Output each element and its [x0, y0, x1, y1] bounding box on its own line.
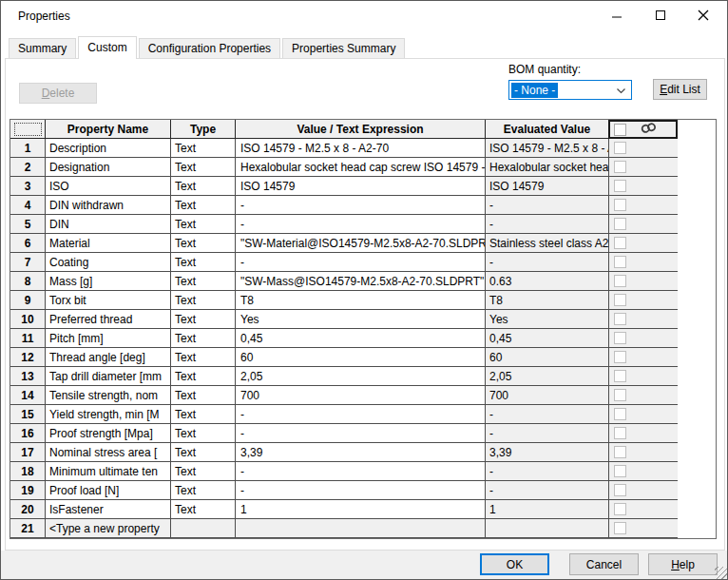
minimize-icon[interactable]	[607, 7, 626, 24]
header-property-name[interactable]: Property Name	[46, 120, 171, 139]
grid-corner-cell[interactable]	[10, 120, 46, 139]
link-checkbox[interactable]	[614, 484, 626, 496]
edit-list-button[interactable]: Edit List	[653, 79, 707, 100]
property-name-cell[interactable]: Tap drill diameter [mm	[46, 367, 171, 386]
row-number[interactable]: 9	[10, 291, 46, 310]
link-checkbox[interactable]	[614, 389, 626, 401]
link-checkbox[interactable]	[614, 370, 626, 382]
maximize-icon[interactable]	[651, 7, 670, 24]
property-name-cell[interactable]: Yield strength, min [M	[46, 405, 171, 424]
value-expression-cell[interactable]: -	[236, 462, 486, 481]
delete-button[interactable]: Delete	[19, 83, 97, 104]
link-checkbox[interactable]	[614, 256, 626, 268]
row-number[interactable]: 16	[10, 424, 46, 443]
tab-properties-summary[interactable]: Properties Summary	[282, 38, 405, 58]
row-number[interactable]: 21	[10, 519, 46, 538]
link-checkbox[interactable]	[614, 313, 626, 325]
tab-custom[interactable]: Custom	[78, 36, 136, 59]
row-number[interactable]: 5	[10, 215, 46, 234]
row-number[interactable]: 15	[10, 405, 46, 424]
type-cell[interactable]: Text	[171, 139, 236, 158]
property-name-cell[interactable]: Minimum ultimate ten	[46, 462, 171, 481]
link-checkbox[interactable]	[614, 142, 626, 154]
value-expression-cell[interactable]: 700	[236, 386, 486, 405]
property-name-cell[interactable]: Preferred thread	[46, 310, 171, 329]
row-number[interactable]: 13	[10, 367, 46, 386]
resize-grip[interactable]	[715, 567, 728, 580]
header-checkbox[interactable]	[614, 124, 626, 136]
type-cell[interactable]	[171, 519, 236, 538]
type-cell[interactable]: Text	[171, 443, 236, 462]
header-type[interactable]: Type	[171, 120, 236, 139]
type-cell[interactable]: Text	[171, 481, 236, 500]
row-number[interactable]: 1	[10, 139, 46, 158]
type-cell[interactable]: Text	[171, 272, 236, 291]
value-expression-cell[interactable]: -	[236, 196, 486, 215]
link-checkbox[interactable]	[614, 408, 626, 420]
close-icon[interactable]	[694, 7, 713, 24]
row-number[interactable]: 20	[10, 500, 46, 519]
property-name-cell[interactable]: Torx bit	[46, 291, 171, 310]
link-checkbox[interactable]	[614, 237, 626, 249]
link-checkbox[interactable]	[614, 351, 626, 363]
property-name-cell[interactable]: Thread angle [deg]	[46, 348, 171, 367]
type-cell[interactable]: Text	[171, 424, 236, 443]
type-cell[interactable]: Text	[171, 462, 236, 481]
help-button[interactable]: Help	[648, 553, 718, 575]
row-number[interactable]: 3	[10, 177, 46, 196]
tab-summary[interactable]: Summary	[9, 38, 76, 58]
type-cell[interactable]: Text	[171, 196, 236, 215]
value-expression-cell[interactable]: -	[236, 215, 486, 234]
type-cell[interactable]: Text	[171, 253, 236, 272]
row-number[interactable]: 17	[10, 443, 46, 462]
link-checkbox[interactable]	[614, 294, 626, 306]
type-cell[interactable]: Text	[171, 291, 236, 310]
row-number[interactable]: 18	[10, 462, 46, 481]
type-cell[interactable]: Text	[171, 348, 236, 367]
property-name-cell[interactable]: Pitch [mm]	[46, 329, 171, 348]
property-name-cell[interactable]: Designation	[46, 158, 171, 177]
row-number[interactable]: 14	[10, 386, 46, 405]
property-name-cell[interactable]: Tensile strength, nom	[46, 386, 171, 405]
row-number[interactable]: 12	[10, 348, 46, 367]
link-checkbox[interactable]	[614, 332, 626, 344]
link-checkbox[interactable]	[614, 446, 626, 458]
property-name-cell[interactable]: Proof load [N]	[46, 481, 171, 500]
value-expression-cell[interactable]: Yes	[236, 310, 486, 329]
type-cell[interactable]: Text	[171, 500, 236, 519]
header-evaluated-value[interactable]: Evaluated Value	[486, 120, 609, 139]
type-cell[interactable]: Text	[171, 386, 236, 405]
header-link-column[interactable]	[608, 120, 678, 139]
row-number[interactable]: 19	[10, 481, 46, 500]
property-name-cell[interactable]: Material	[46, 234, 171, 253]
type-cell[interactable]: Text	[171, 215, 236, 234]
type-cell[interactable]: Text	[171, 177, 236, 196]
type-cell[interactable]: Text	[171, 310, 236, 329]
value-expression-cell[interactable]: "SW-Material@ISO14579-M2.5x8-A2-70.SLDPR…	[236, 234, 486, 253]
property-name-cell[interactable]: Mass [g]	[46, 272, 171, 291]
value-expression-cell[interactable]	[236, 519, 486, 538]
link-checkbox[interactable]	[614, 218, 626, 230]
value-expression-cell[interactable]: -	[236, 253, 486, 272]
value-expression-cell[interactable]: Hexalobular socket head cap screw ISO 14…	[236, 158, 486, 177]
link-checkbox[interactable]	[614, 180, 626, 192]
property-name-cell[interactable]: Proof strength [Mpa]	[46, 424, 171, 443]
row-number[interactable]: 10	[10, 310, 46, 329]
link-checkbox[interactable]	[614, 161, 626, 173]
value-expression-cell[interactable]: 2,05	[236, 367, 486, 386]
row-number[interactable]: 4	[10, 196, 46, 215]
tab-configuration-properties[interactable]: Configuration Properties	[139, 38, 280, 58]
row-number[interactable]: 7	[10, 253, 46, 272]
type-cell[interactable]: Text	[171, 158, 236, 177]
cancel-button[interactable]: Cancel	[569, 553, 639, 575]
value-expression-cell[interactable]: -	[236, 424, 486, 443]
property-name-cell[interactable]: IsFastener	[46, 500, 171, 519]
value-expression-cell[interactable]: ISO 14579 - M2.5 x 8 - A2-70	[236, 139, 486, 158]
value-expression-cell[interactable]: "SW-Mass@ISO14579-M2.5x8-A2-70.SLDPRT"	[236, 272, 486, 291]
value-expression-cell[interactable]: -	[236, 481, 486, 500]
value-expression-cell[interactable]: 3,39	[236, 443, 486, 462]
value-expression-cell[interactable]: -	[236, 405, 486, 424]
property-name-cell[interactable]: Description	[46, 139, 171, 158]
value-expression-cell[interactable]: 1	[236, 500, 486, 519]
property-name-cell[interactable]: ISO	[46, 177, 171, 196]
